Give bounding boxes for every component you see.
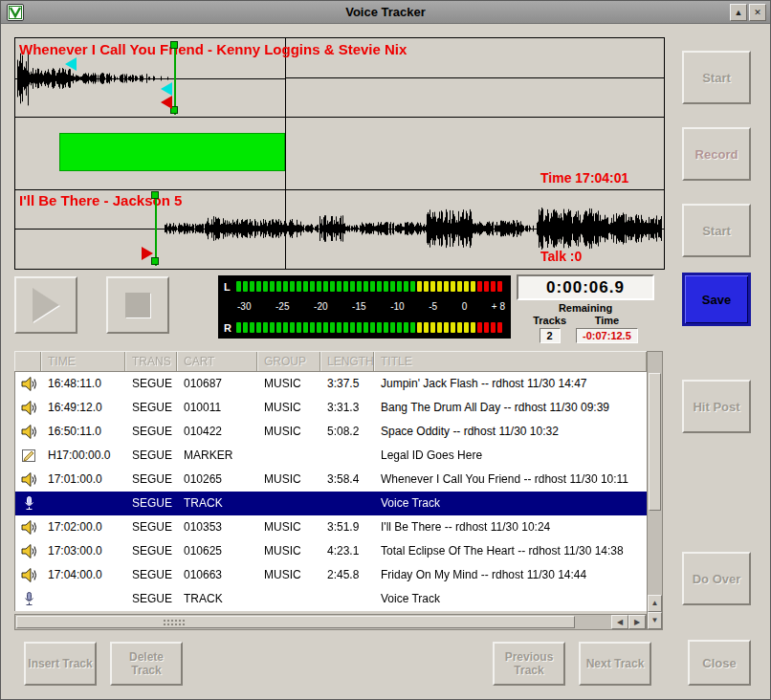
cell-trans: SEGUE: [126, 492, 178, 515]
hit-post-button[interactable]: Hit Post: [682, 380, 751, 433]
table-row[interactable]: H17:00:00.0SEGUEMARKERLegal ID Goes Here: [15, 444, 647, 468]
scroll-up-button[interactable]: ▲: [648, 595, 662, 612]
horizontal-scrollbar[interactable]: ◀ ▶: [14, 614, 647, 630]
cell-group: MUSIC: [258, 563, 321, 587]
playlist-table: TIME TRANS CART GROUP LENGTH TITLE 16:48…: [14, 351, 663, 630]
table-row[interactable]: 16:49:12.0SEGUE010011MUSIC3:31.3Bang The…: [15, 396, 647, 420]
cell-group: [258, 492, 321, 515]
track2-marker-top-handle[interactable]: [151, 191, 159, 199]
cell-group: [258, 444, 321, 468]
cell-cart: 010422: [178, 420, 258, 444]
play-icon: [33, 288, 59, 322]
cell-cart: 010011: [178, 396, 258, 420]
vu-left-label: L: [224, 281, 236, 293]
play-button[interactable]: [14, 276, 77, 334]
cell-trans: SEGUE: [126, 468, 178, 492]
cell-time: H17:00:00.0: [42, 444, 126, 468]
playlist-body: 16:48:11.0SEGUE010687MUSIC3:37.5Jumpin' …: [14, 372, 647, 611]
delete-track-button[interactable]: Delete Track: [110, 642, 183, 686]
cell-title: Voice Track: [375, 492, 647, 515]
speaker-icon: [15, 468, 42, 492]
speaker-icon: [15, 396, 42, 420]
cell-time: 16:49:12.0: [42, 396, 126, 420]
mic-icon: [15, 492, 42, 515]
cell-trans: SEGUE: [126, 515, 178, 539]
cell-title: Bang The Drum All Day -- rdhost 11/30 09…: [375, 396, 647, 420]
vu-scale-label: -5: [429, 301, 437, 313]
table-row[interactable]: 16:50:11.0SEGUE010422MUSIC5:08.2Space Od…: [15, 420, 647, 444]
cell-length: [321, 444, 375, 468]
cell-time: [42, 587, 126, 611]
cell-length: 3:31.3: [321, 396, 375, 420]
vu-right-label: R: [224, 322, 236, 334]
table-row[interactable]: 17:03:00.0SEGUE010625MUSIC4:23.1Total Ec…: [15, 539, 647, 563]
track2-start-marker[interactable]: [142, 247, 153, 260]
speaker-icon: [15, 515, 42, 539]
cell-group: [258, 587, 321, 611]
vertical-scrollbar-thumb[interactable]: [649, 373, 661, 511]
table-row[interactable]: 17:04:00.0SEGUE010663MUSIC2:45.8Friday O…: [15, 563, 647, 587]
scroll-right-button[interactable]: ▶: [628, 615, 646, 629]
do-over-button[interactable]: Do Over: [682, 552, 751, 605]
track1-fade-marker[interactable]: [65, 57, 77, 71]
column-header-length: LENGTH: [320, 352, 374, 371]
close-window-button[interactable]: ✕: [749, 4, 766, 21]
previous-track-button[interactable]: Previous Track: [493, 642, 565, 686]
column-header-group: GROUP: [257, 352, 320, 371]
remaining-label: Remaining: [517, 302, 654, 314]
track1-segue-marker[interactable]: [161, 82, 172, 96]
cell-trans: SEGUE: [126, 372, 178, 396]
track1-marker-top-handle[interactable]: [170, 41, 178, 49]
cell-trans: SEGUE: [126, 539, 178, 563]
insert-track-button[interactable]: Insert Track: [24, 642, 97, 686]
speaker-icon: [15, 539, 42, 563]
track-divider-2: [15, 189, 664, 190]
voice-track-region[interactable]: [59, 133, 285, 171]
start-track1-button[interactable]: Start: [682, 51, 751, 104]
vertical-scrollbar[interactable]: ▲ ▼: [647, 351, 663, 630]
remaining-tracks-value: 2: [540, 328, 561, 343]
save-button[interactable]: Save: [682, 273, 751, 326]
time-label: Time 17:04:01: [540, 170, 628, 186]
table-row[interactable]: 17:01:00.0SEGUE010265MUSIC3:58.4Whenever…: [15, 468, 647, 492]
horizontal-scrollbar-thumb[interactable]: [16, 616, 575, 628]
shade-window-button[interactable]: ▲: [730, 4, 747, 21]
next-track-button[interactable]: Next Track: [579, 642, 651, 686]
vu-scale-label: -20: [314, 301, 327, 313]
track1-end-marker[interactable]: [161, 96, 172, 109]
table-row[interactable]: SEGUETRACKVoice Track: [15, 587, 647, 611]
scroll-left-button[interactable]: ◀: [611, 615, 628, 629]
scroll-down-button[interactable]: ▼: [648, 612, 662, 629]
cell-cart: 010625: [178, 539, 258, 563]
cell-length: [321, 587, 375, 611]
cell-cart: 010663: [178, 563, 258, 587]
speaker-icon: [15, 420, 42, 444]
table-row[interactable]: 17:02:00.0SEGUE010353MUSIC3:51.9I'll Be …: [15, 515, 647, 539]
waveform-editor[interactable]: Whenever I Call You Friend - Kenny Loggi…: [14, 37, 665, 270]
cell-group: MUSIC: [258, 420, 321, 444]
column-header-trans: TRANS: [125, 352, 177, 371]
cell-trans: SEGUE: [126, 563, 178, 587]
cell-time: 17:01:00.0: [42, 468, 126, 492]
scrollbar-grip: [163, 619, 186, 627]
remaining-tracks-label: Tracks: [533, 315, 566, 326]
table-row[interactable]: SEGUETRACKVoice Track: [15, 492, 647, 515]
record-button[interactable]: Record: [682, 127, 751, 181]
close-button[interactable]: Close: [688, 640, 751, 686]
column-header-cart: CART: [177, 352, 257, 371]
cell-time: 17:03:00.0: [42, 539, 126, 563]
table-row[interactable]: 16:48:11.0SEGUE010687MUSIC3:37.5Jumpin' …: [15, 372, 647, 396]
remaining-time-label: Time: [595, 315, 619, 326]
cell-cart: 010265: [178, 468, 258, 492]
vu-scale-label: -15: [352, 301, 365, 313]
vu-scale: -30-25-20-15-10-50+ 8: [237, 301, 505, 313]
track1-edit-marker-line[interactable]: [174, 41, 176, 115]
titlebar[interactable]: Voice Tracker ▲ ✕: [1, 1, 770, 24]
vu-left-segments: [236, 281, 505, 292]
cell-title: Legal ID Goes Here: [375, 444, 647, 468]
cell-title: I'll Be There -- rdhost 11/30 10:24: [375, 515, 647, 539]
cell-time: [42, 492, 126, 515]
stop-button[interactable]: [106, 276, 169, 334]
track2-edit-marker-line[interactable]: [155, 192, 157, 266]
start-track2-button[interactable]: Start: [682, 204, 751, 257]
